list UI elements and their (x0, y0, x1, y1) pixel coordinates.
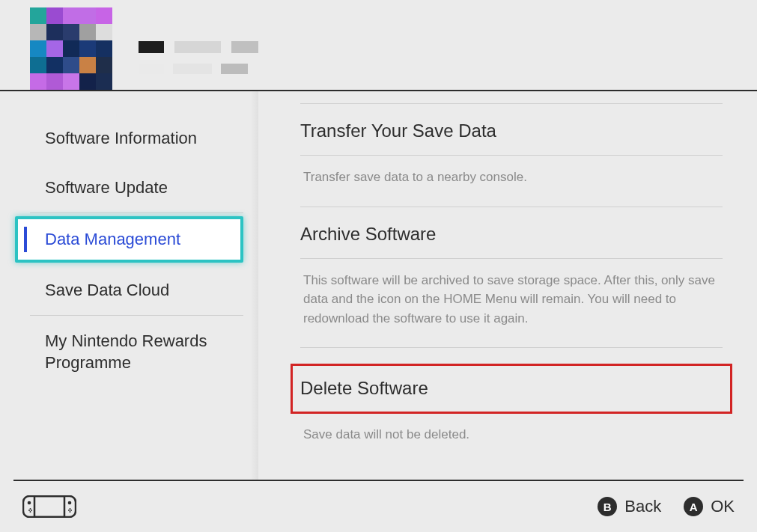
row-delete-software[interactable]: Delete Software Save data will not be de… (300, 347, 723, 464)
svg-point-6 (30, 508, 31, 510)
sidebar-item-software-information[interactable]: Software Information (0, 114, 258, 163)
svg-point-2 (28, 501, 31, 505)
svg-point-5 (31, 510, 32, 511)
hint-back[interactable]: B Back (598, 497, 661, 516)
row-title: Delete Software (291, 364, 732, 413)
footer: B Back A OK (13, 480, 744, 532)
sidebar-item-data-management[interactable]: Data Management (15, 216, 243, 263)
hint-label: Back (624, 497, 661, 516)
row-title: Archive Software (300, 224, 723, 259)
hint-label: OK (711, 497, 735, 516)
row-title: Transfer Your Save Data (300, 120, 723, 156)
controller-icon (22, 495, 76, 518)
game-icon (30, 7, 112, 90)
sidebar-item-save-data-cloud[interactable]: Save Data Cloud (0, 266, 258, 315)
row-description: Save data will not be deleted. (300, 413, 723, 462)
hint-ok[interactable]: A OK (684, 497, 735, 516)
game-title (139, 41, 258, 53)
svg-point-4 (28, 510, 30, 511)
a-button-icon: A (684, 497, 703, 516)
svg-point-8 (68, 510, 70, 511)
svg-point-7 (30, 511, 31, 513)
svg-point-10 (70, 508, 71, 510)
svg-point-11 (70, 511, 71, 513)
row-archive-software[interactable]: Archive Software This software will be a… (300, 207, 723, 348)
b-button-icon: B (598, 497, 617, 516)
row-description: Transfer save data to a nearby console. (300, 156, 723, 205)
content-panel: Transfer Your Save Data Transfer save da… (258, 91, 757, 480)
game-subtitle (139, 64, 258, 74)
row-description: This software will be archived to save s… (300, 259, 723, 346)
svg-rect-1 (34, 496, 64, 517)
sidebar-item-software-update[interactable]: Software Update (0, 163, 258, 213)
header (0, 0, 757, 91)
svg-point-3 (68, 501, 72, 505)
sidebar: Software Information Software Update Dat… (0, 91, 258, 480)
svg-rect-0 (23, 496, 76, 517)
svg-point-9 (70, 510, 72, 511)
sidebar-item-rewards-programme[interactable]: My Nintendo Rewards Programme (0, 316, 258, 388)
row-transfer-save-data[interactable]: Transfer Your Save Data Transfer save da… (300, 103, 723, 207)
